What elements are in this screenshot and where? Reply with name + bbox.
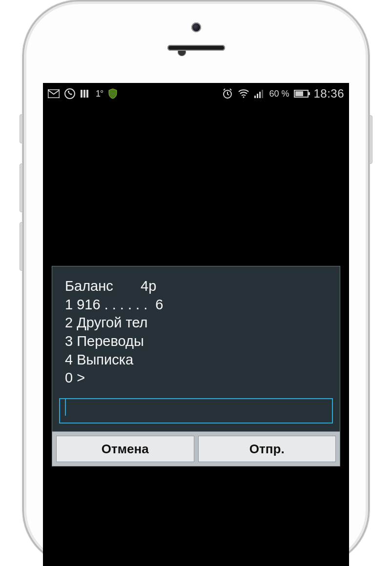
send-button[interactable]: Отпр.: [198, 436, 336, 462]
status-bar-right: 60 % 18:36: [222, 87, 344, 101]
clock-text: 18:36: [313, 87, 344, 101]
front-camera: [191, 22, 201, 32]
battery-fill: [295, 91, 303, 96]
earpiece-speaker: [167, 45, 225, 51]
temperature-text: 1°: [96, 89, 103, 99]
dialog-button-bar: Отмена Отпр.: [52, 431, 340, 466]
svg-rect-4: [86, 90, 88, 98]
svg-rect-12: [262, 90, 263, 98]
status-bar-left: 1°: [48, 88, 118, 99]
viber-icon: [64, 88, 75, 99]
battery-percent-text: 60 %: [269, 89, 289, 99]
mail-icon: [48, 89, 60, 98]
battery-icon: [294, 90, 309, 98]
ussd-reply-input[interactable]: [59, 398, 333, 424]
cancel-button[interactable]: Отмена: [56, 436, 194, 462]
svg-rect-11: [259, 92, 261, 98]
phone-frame: 1°: [22, 0, 370, 566]
shield-icon: [108, 88, 118, 99]
power-button[interactable]: [369, 115, 372, 164]
svg-point-8: [243, 96, 245, 98]
status-bar: 1°: [43, 83, 349, 104]
ussd-message: Баланс 4р 1 916 . . . . . . 6 2 Другой т…: [52, 266, 340, 398]
cell-signal-icon: [254, 89, 264, 98]
ussd-input-container: [52, 398, 340, 431]
svg-line-6: [224, 89, 225, 90]
alarm-icon: [222, 88, 233, 99]
wifi-icon: [238, 89, 249, 98]
svg-rect-2: [81, 90, 83, 98]
svg-rect-3: [83, 90, 85, 98]
svg-rect-9: [254, 96, 256, 98]
svg-line-7: [230, 89, 231, 90]
ussd-dialog: Баланс 4р 1 916 . . . . . . 6 2 Другой т…: [52, 266, 340, 466]
svg-rect-10: [257, 94, 258, 98]
network-data-icon: [80, 89, 91, 99]
text-cursor: [65, 399, 66, 416]
device-screen: 1°: [43, 83, 349, 566]
